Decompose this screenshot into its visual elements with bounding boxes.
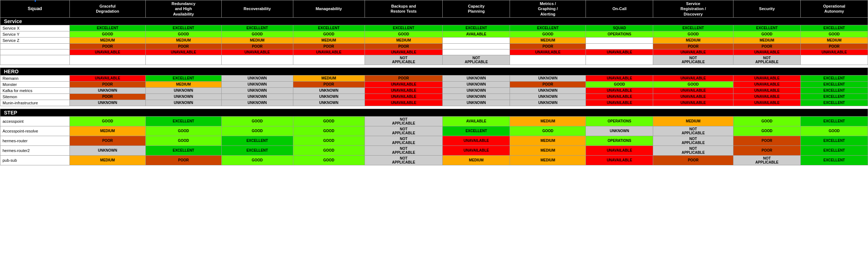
cell-4: POOR bbox=[365, 43, 443, 49]
cell-3: EXCELLENT bbox=[293, 25, 365, 31]
cell-8: MEDIUM bbox=[653, 37, 733, 43]
cell-5 bbox=[443, 43, 510, 49]
cell-8: UNAVAILABLE bbox=[653, 94, 733, 100]
cell-3: UNKNOWN bbox=[293, 87, 365, 94]
cell-8: UNAVAILABLE bbox=[653, 49, 733, 55]
cell-9: UNAVAILABLE bbox=[733, 87, 801, 94]
table-row: pub-subMEDIUMPOORGOODGOODNOTAPPLICABLEME… bbox=[0, 155, 868, 165]
cell-2: EXCELLENT bbox=[221, 145, 293, 155]
cell-9: GOOD bbox=[733, 31, 801, 37]
cell-7: OPERATIONS bbox=[586, 31, 653, 37]
cell-9: GOOD bbox=[733, 116, 801, 126]
cell-0: MEDIUM bbox=[69, 155, 145, 165]
cell-0: GOOD bbox=[69, 31, 145, 37]
cell-9: NOTAPPLICABLE bbox=[733, 155, 801, 165]
table-row: Service YGOODGOODGOODGOODGOODAVAILABLEGO… bbox=[0, 31, 868, 37]
cell-8: UNAVAILABLE bbox=[653, 100, 733, 106]
cell-3: GOOD bbox=[293, 116, 365, 126]
cell-6: POOR bbox=[510, 43, 586, 49]
cell-7: UNAVAILABLE bbox=[586, 145, 653, 155]
cell-0: POOR bbox=[69, 43, 145, 49]
cell-9: UNAVAILABLE bbox=[733, 75, 801, 81]
cell-3 bbox=[293, 55, 365, 65]
cell-6: MEDIUM bbox=[510, 136, 586, 145]
cell-7: OPERATIONS bbox=[586, 136, 653, 145]
cell-6: UNAVAILABLE bbox=[510, 49, 586, 55]
cell-7: UNKNOWN bbox=[586, 126, 653, 136]
cell-2: UNKNOWN bbox=[221, 81, 293, 87]
cell-7: SQUAD bbox=[586, 25, 653, 31]
cell-4: NOTAPPLICABLE bbox=[365, 155, 443, 165]
cell-2: MEDIUM bbox=[221, 37, 293, 43]
cell-1: POOR bbox=[145, 155, 221, 165]
squad-name-cell: pub-sub bbox=[0, 155, 70, 165]
table-row: Accesspoint-resolveMEDIUMGOODGOODGOODNOT… bbox=[0, 126, 868, 136]
cell-5: UNKNOWN bbox=[443, 81, 510, 87]
squad-name-cell bbox=[0, 55, 70, 65]
cell-9: GOOD bbox=[733, 126, 801, 136]
cell-7 bbox=[586, 43, 653, 49]
squad-name-cell bbox=[0, 49, 70, 55]
cell-3: GOOD bbox=[293, 126, 365, 136]
cell-6: MEDIUM bbox=[510, 116, 586, 126]
cell-9: UNAVAILABLE bbox=[733, 81, 801, 87]
cell-8: NOTAPPLICABLE bbox=[653, 55, 733, 65]
cell-7: UNAVAILABLE bbox=[586, 155, 653, 165]
squad-name-cell: hermes-router bbox=[0, 136, 70, 145]
cell-4: NOTAPPLICABLE bbox=[365, 116, 443, 126]
cell-3: MEDIUM bbox=[293, 75, 365, 81]
cell-8: MEDIUM bbox=[653, 116, 733, 126]
cell-5: AVAILABLE bbox=[443, 31, 510, 37]
cell-4: GOOD bbox=[365, 31, 443, 37]
section-header-hero: HERO bbox=[0, 68, 868, 75]
cell-1: GOOD bbox=[145, 126, 221, 136]
cell-0: EXCELLENT bbox=[69, 25, 145, 31]
cell-7: GOOD bbox=[586, 81, 653, 87]
squad-name-cell: Riemann bbox=[0, 75, 70, 81]
cell-10: EXCELLENT bbox=[801, 116, 868, 126]
cell-3: POOR bbox=[293, 81, 365, 87]
cell-10: MEDIUM bbox=[801, 37, 868, 43]
cell-6: GOOD bbox=[510, 31, 586, 37]
table-row: hermes-router2UNKNOWNEXCELLENTEXCELLENTG… bbox=[0, 145, 868, 155]
col-squad: Squad bbox=[0, 0, 70, 18]
cell-9: NOTAPPLICABLE bbox=[733, 55, 801, 65]
cell-2: GOOD bbox=[221, 31, 293, 37]
cell-6: POOR bbox=[510, 81, 586, 87]
cell-10 bbox=[801, 55, 868, 65]
cell-7: UNAVAILABLE bbox=[586, 87, 653, 94]
cell-5: UNKNOWN bbox=[443, 75, 510, 81]
cell-1: GOOD bbox=[145, 31, 221, 37]
table-row: NOTAPPLICABLENOTAPPLICABLENOTAPPLICABLEN… bbox=[0, 55, 868, 65]
cell-5 bbox=[443, 49, 510, 55]
cell-0: POOR bbox=[69, 94, 145, 100]
cell-2: GOOD bbox=[221, 116, 293, 126]
cell-5: NOTAPPLICABLE bbox=[443, 55, 510, 65]
cell-2: UNKNOWN bbox=[221, 100, 293, 106]
table-row: Service XEXCELLENTEXCELLENTEXCELLENTEXCE… bbox=[0, 25, 868, 31]
cell-5: AVAILABLE bbox=[443, 116, 510, 126]
cell-8: POOR bbox=[653, 155, 733, 165]
cell-0: UNAVAILABLE bbox=[69, 49, 145, 55]
cell-7: UNAVAILABLE bbox=[586, 75, 653, 81]
cell-4: UNAVAILABLE bbox=[365, 49, 443, 55]
cell-6: MEDIUM bbox=[510, 37, 586, 43]
cell-10: POOR bbox=[801, 43, 868, 49]
cell-7 bbox=[586, 37, 653, 43]
squad-name-cell bbox=[0, 43, 70, 49]
cell-10: EXCELLENT bbox=[801, 81, 868, 87]
cell-10: EXCELLENT bbox=[801, 155, 868, 165]
cell-2: UNKNOWN bbox=[221, 87, 293, 94]
cell-4: UNAVAILABLE bbox=[365, 100, 443, 106]
cell-6 bbox=[510, 55, 586, 65]
cell-1: EXCELLENT bbox=[145, 75, 221, 81]
cell-0: UNKNOWN bbox=[69, 145, 145, 155]
cell-1: MEDIUM bbox=[145, 81, 221, 87]
cell-3: GOOD bbox=[293, 155, 365, 165]
cell-4: UNAVAILABLE bbox=[365, 87, 443, 94]
col-redundancy: Redundancyand HighAvailability bbox=[145, 0, 221, 18]
cell-8: EXCELLENT bbox=[653, 25, 733, 31]
cell-2: GOOD bbox=[221, 155, 293, 165]
cell-9: POOR bbox=[733, 145, 801, 155]
cell-4: UNAVAILABLE bbox=[365, 94, 443, 100]
